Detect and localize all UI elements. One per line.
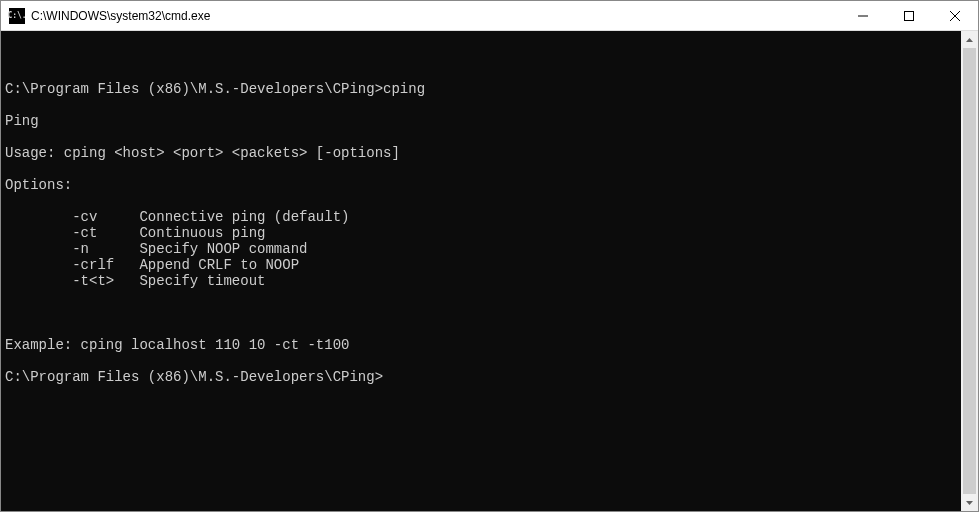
cmd-icon: C:\. — [9, 8, 25, 24]
option-line: -cv Connective ping (default) — [5, 209, 957, 225]
terminal-line: Options: — [5, 177, 957, 193]
option-line: -t<t> Specify timeout — [5, 273, 957, 289]
window: C:\. C:\WINDOWS\system32\cmd.exe C:\Prog… — [0, 0, 979, 512]
titlebar[interactable]: C:\. C:\WINDOWS\system32\cmd.exe — [1, 1, 978, 31]
terminal-line: Usage: cping <host> <port> <packets> [-o… — [5, 145, 957, 161]
scroll-thumb[interactable] — [963, 48, 976, 494]
scrollbar[interactable] — [961, 31, 978, 511]
command: cping — [383, 81, 425, 97]
terminal-line: Example: cping localhost 110 10 -ct -t10… — [5, 337, 957, 353]
scroll-down-button[interactable] — [961, 494, 978, 511]
terminal-line — [5, 305, 957, 321]
terminal[interactable]: C:\Program Files (x86)\M.S.-Developers\C… — [1, 31, 961, 511]
svg-marker-4 — [966, 38, 973, 42]
option-line: -crlf Append CRLF to NOOP — [5, 257, 957, 273]
window-title: C:\WINDOWS\system32\cmd.exe — [31, 9, 210, 23]
terminal-line: C:\Program Files (x86)\M.S.-Developers\C… — [5, 369, 957, 385]
prompt: C:\Program Files (x86)\M.S.-Developers\C… — [5, 369, 383, 385]
scroll-up-button[interactable] — [961, 31, 978, 48]
minimize-button[interactable] — [840, 1, 886, 31]
svg-marker-5 — [966, 501, 973, 505]
terminal-line — [5, 49, 957, 65]
scroll-track[interactable] — [961, 48, 978, 494]
terminal-line: C:\Program Files (x86)\M.S.-Developers\C… — [5, 81, 957, 97]
option-line: -n Specify NOOP command — [5, 241, 957, 257]
option-line: -ct Continuous ping — [5, 225, 957, 241]
svg-rect-1 — [905, 11, 914, 20]
terminal-line: Ping — [5, 113, 957, 129]
client-area: C:\Program Files (x86)\M.S.-Developers\C… — [1, 31, 978, 511]
close-button[interactable] — [932, 1, 978, 31]
prompt: C:\Program Files (x86)\M.S.-Developers\C… — [5, 81, 383, 97]
maximize-button[interactable] — [886, 1, 932, 31]
